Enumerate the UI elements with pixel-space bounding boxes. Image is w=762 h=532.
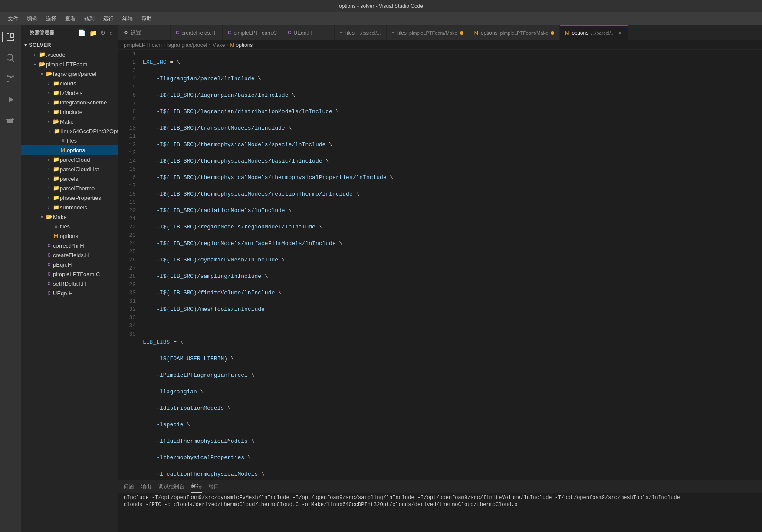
breadcrumb-options[interactable]: options — [236, 42, 253, 48]
tree-item-lagrangian[interactable]: ▾ 📂 lagrangian/parcel — [21, 69, 118, 78]
extensions-activity-icon[interactable] — [2, 112, 19, 129]
tree-item-linux64[interactable]: › 📁 linux64GccDPInt32Opt — [21, 126, 118, 136]
tree-item-options-solver[interactable]: M options — [21, 231, 118, 241]
tree-item-submodels[interactable]: › 📁 submodels — [21, 202, 118, 212]
new-folder-icon[interactable]: 📁 — [89, 29, 98, 37]
tab-options-parcel-close[interactable]: × — [617, 29, 623, 36]
menu-help[interactable]: 帮助 — [138, 13, 155, 24]
terminal-content[interactable]: nInclude -I/opt/openfoam9/src/dynamicFvM… — [118, 493, 762, 532]
breadcrumb-pimpleLPTFoam[interactable]: pimpleLPTFoam — [124, 42, 162, 48]
parcelCloudList-folder-icon: 📁 — [52, 166, 60, 172]
tab-createFields-label: createFields.H — [181, 30, 215, 36]
correctPhi-icon: C — [45, 243, 53, 248]
parcels-arrow-icon: › — [45, 176, 52, 181]
code-line-10: -I$(LIB_SRC)/radiationModels/lnInclude \ — [143, 206, 762, 215]
tab-settings[interactable]: ⚙ 设置 — [118, 25, 171, 40]
tab-pimpleLPTFoamC[interactable]: C pimpleLPTFoam.C — [223, 25, 282, 40]
tree-item-vscode[interactable]: › 📁 .vscode — [21, 50, 118, 59]
panel-tab-ports[interactable]: 端口 — [209, 480, 219, 493]
code-editor[interactable]: 1 2 3 4 5 6 7 8 9 10 11 12 13 14 15 16 1… — [118, 50, 762, 480]
tree-item-files-parcel[interactable]: ≡ files — [21, 136, 118, 145]
tab-files-parcel[interactable]: ≡ files .../parcel/... — [335, 25, 387, 40]
pimpleLPTFoam-folder-icon: 📂 — [38, 61, 46, 67]
tree-item-pEqn[interactable]: C pEqn.H — [21, 260, 118, 269]
createFields-tab-icon: C — [176, 30, 179, 35]
tree-item-correctPhi[interactable]: C correctPhi.H — [21, 241, 118, 250]
parcels-folder-icon: 📁 — [52, 176, 60, 182]
new-file-icon[interactable]: 📄 — [77, 29, 87, 37]
tree-item-phaseProperties[interactable]: › 📁 phaseProperties — [21, 193, 118, 202]
panel-tab-terminal[interactable]: 终端 — [191, 480, 202, 493]
collapse-icon[interactable]: ↕ — [108, 29, 114, 37]
tree-item-parcelCloud[interactable]: › 📁 parcelCloud — [21, 155, 118, 164]
options-parcel-tab-icon: M — [565, 30, 569, 36]
panel-tab-output[interactable]: 输出 — [141, 480, 151, 493]
svg-point-1 — [12, 75, 14, 77]
tree-item-createFields[interactable]: C createFields.H — [21, 250, 118, 260]
solver-section-header[interactable]: ▾ SOLVER — [21, 40, 118, 50]
menu-edit[interactable]: 编辑 — [23, 13, 41, 24]
ln-28: 28 — [118, 272, 136, 281]
tree-item-files-solver[interactable]: ≡ files — [21, 222, 118, 231]
code-line-14: -I$(LIB_SRC)/sampling/lnInclude \ — [143, 272, 762, 281]
panel-tab-problems[interactable]: 问题 — [124, 480, 134, 493]
code-line-7: -I$(LIB_SRC)/thermophysicalModels/basic/… — [143, 157, 762, 165]
files-solver-tab-icon: ≡ — [392, 30, 394, 36]
editor-area: ⚙ 设置 C createFields.H C pimpleLPTFoam.C … — [118, 25, 762, 532]
tree-item-lnInclude[interactable]: › 📁 lnInclude — [21, 107, 118, 117]
vscode-arrow-icon: › — [31, 52, 38, 57]
tab-files-solver[interactable]: ≡ files pimpleLPTFoam/Make — [387, 25, 469, 40]
fvModels-arrow-icon: › — [45, 91, 52, 95]
tree-item-setRDeltaT[interactable]: C setRDeltaT.H — [21, 279, 118, 288]
code-content[interactable]: EXE_INC = \ -Ilagrangian/parcel/lnInclud… — [139, 50, 762, 480]
sidebar-header-icons: 📄 📁 ↻ ↕ — [77, 29, 113, 37]
tree-item-parcelCloudList[interactable]: › 📁 parcelCloudList — [21, 164, 118, 174]
tab-createFields[interactable]: C createFields.H — [171, 25, 223, 40]
svg-point-2 — [7, 81, 9, 82]
tree-item-parcelThermo[interactable]: › 📁 parcelThermo — [21, 183, 118, 193]
options-solver-icon: M — [52, 233, 60, 239]
breadcrumb-lagrangian[interactable]: lagrangian/parcel — [167, 42, 207, 48]
menu-file[interactable]: 文件 — [4, 13, 22, 24]
tree-item-parcels[interactable]: › 📁 parcels — [21, 174, 118, 183]
pimpleLPTFoamC-icon: C — [45, 272, 53, 277]
ln-34: 34 — [118, 322, 136, 330]
panel-tab-debug[interactable]: 调试控制台 — [158, 480, 184, 493]
ln-12: 12 — [118, 140, 136, 149]
code-line-13: -I$(LIB_SRC)/dynamicFvMesh/lnInclude \ — [143, 256, 762, 264]
menu-select[interactable]: 选择 — [43, 13, 60, 24]
menu-run[interactable]: 运行 — [100, 13, 117, 24]
tree-item-UEqn[interactable]: C UEqn.H — [21, 288, 118, 298]
tab-options-parcel[interactable]: M options .../parcel/... × — [560, 25, 628, 40]
tree-item-clouds[interactable]: › 📁 clouds — [21, 78, 118, 88]
linux64-folder-icon: 📁 — [53, 128, 61, 134]
tree-item-make-parcel[interactable]: ▾ 📂 Make — [21, 117, 118, 126]
code-line-9: -I$(LIB_SRC)/thermophysicalModels/reacti… — [143, 190, 762, 198]
source-control-activity-icon[interactable] — [2, 70, 19, 88]
tree-item-make-solver[interactable]: ▾ 📂 Make — [21, 212, 118, 222]
ln-24: 24 — [118, 239, 136, 248]
tree-item-pimpleLPTFoamC[interactable]: C pimpleLPTFoam.C — [21, 269, 118, 279]
UEqn-icon: C — [45, 291, 53, 296]
menu-view[interactable]: 查看 — [62, 13, 79, 24]
tab-UEqn[interactable]: C UEqn.H — [282, 25, 335, 40]
ln-25: 25 — [118, 248, 136, 256]
panel: 问题 输出 调试控制台 终端 端口 nInclude -I/opt/openfo… — [118, 480, 762, 532]
breadcrumb-make[interactable]: Make — [212, 42, 225, 48]
refresh-icon[interactable]: ↻ — [99, 29, 107, 37]
tree-item-pimpleLPTFoam[interactable]: ▾ 📂 pimpleLPTFoam — [21, 59, 118, 69]
tab-files-parcel-label: files — [345, 30, 355, 36]
run-activity-icon[interactable] — [2, 91, 19, 108]
code-line-23: -lspecie \ — [143, 421, 762, 429]
settings-tab-icon: ⚙ — [124, 30, 128, 36]
explorer-activity-icon[interactable] — [2, 29, 19, 46]
tree-item-options-parcel[interactable]: M options — [21, 145, 118, 155]
tree-item-fvModels[interactable]: › 📁 fvModels — [21, 88, 118, 98]
tree-item-integrationScheme[interactable]: › 📁 integrationScheme — [21, 98, 118, 107]
menu-goto[interactable]: 转到 — [81, 13, 98, 24]
search-activity-icon[interactable] — [2, 49, 19, 67]
tab-options-solver[interactable]: M options pimpleLPTFoam/Make — [469, 25, 560, 40]
code-line-25: -lthermophysicalProperties \ — [143, 454, 762, 462]
menu-terminal[interactable]: 终端 — [119, 13, 136, 24]
tab-options-solver-path: pimpleLPTFoam/Make — [500, 30, 549, 36]
